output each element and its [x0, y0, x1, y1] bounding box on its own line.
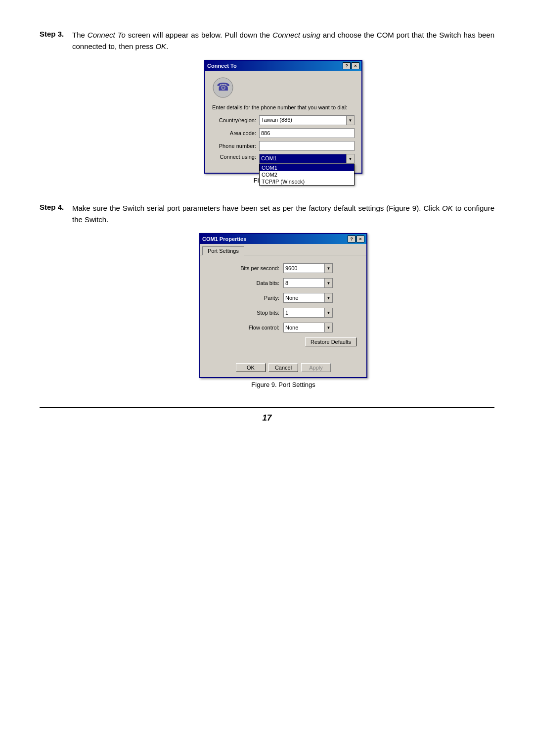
- step3-block: Step 3. The Connect To screen will appea…: [40, 30, 494, 188]
- stopbits-label: Stop bits:: [234, 310, 283, 316]
- connect-to-dialog: Connect To ? × ☎: [204, 60, 362, 174]
- com1-properties-dialog: COM1 Properties ? × Port Settings Bits p…: [199, 233, 367, 378]
- svg-text:☎: ☎: [217, 81, 230, 93]
- flowcontrol-row: Flow control: None ▼: [210, 323, 356, 332]
- figure8-container: Connect To ? × ☎: [72, 60, 494, 184]
- cancel-button[interactable]: Cancel: [268, 363, 298, 372]
- bps-row: Bits per second: 9600 ▼: [210, 263, 356, 273]
- step4-text: Make sure the Switch serial port paramet…: [72, 203, 494, 225]
- com1-help-button[interactable]: ?: [348, 236, 356, 242]
- areacode-row: Area code: 886: [212, 128, 355, 138]
- com1-body: Bits per second: 9600 ▼ Data bits: 8: [200, 255, 366, 359]
- dialog-icon-area: ☎: [212, 77, 355, 99]
- connect-using-value: COM1: [260, 154, 354, 162]
- page-number: 17: [40, 413, 494, 423]
- close-button[interactable]: ×: [352, 62, 359, 69]
- connect-to-title: Connect To: [207, 63, 237, 69]
- areacode-input[interactable]: 886: [259, 128, 355, 138]
- connect-using-select[interactable]: COM1 ▼: [259, 154, 355, 164]
- titlebar-buttons: ? ×: [343, 62, 359, 69]
- areacode-label: Area code:: [212, 130, 259, 136]
- phone-icon: ☎: [212, 77, 234, 98]
- step4-block: Step 4. Make sure the Switch serial port…: [40, 203, 494, 392]
- com1-titlebar: COM1 Properties ? ×: [200, 234, 366, 244]
- connect-to-titlebar: Connect To ? ×: [205, 61, 361, 71]
- step3-label: Step 3.: [40, 30, 69, 38]
- com1-titlebar-buttons: ? ×: [348, 236, 364, 242]
- phone-label: Phone number:: [212, 143, 259, 149]
- connect-using-label: Connect using:: [212, 154, 259, 160]
- figure9-container: COM1 Properties ? × Port Settings Bits p…: [72, 233, 494, 388]
- restore-defaults-area: Restore Defaults: [210, 337, 356, 346]
- parity-row: Parity: None ▼: [210, 293, 356, 303]
- country-value: Taiwan (886): [260, 116, 354, 124]
- phone-row: Phone number:: [212, 141, 355, 151]
- restore-defaults-button[interactable]: Restore Defaults: [305, 337, 356, 346]
- stopbits-arrow[interactable]: ▼: [324, 308, 332, 317]
- step4-content: Make sure the Switch serial port paramet…: [72, 203, 494, 392]
- parity-arrow[interactable]: ▼: [324, 293, 332, 302]
- connect-using-row: Connect using: COM1 ▼ COM1 COM2: [212, 154, 355, 164]
- areacode-value: 886: [261, 130, 270, 136]
- connect-to-body: ☎ Enter details for the phone number tha…: [205, 71, 361, 173]
- connect-using-dropdown: COM1 COM2 TCP/IP (Winsock): [259, 164, 355, 186]
- help-button[interactable]: ?: [343, 62, 351, 69]
- country-arrow[interactable]: ▼: [346, 116, 354, 125]
- databits-row: Data bits: 8 ▼: [210, 278, 356, 288]
- dropdown-item-tcpip[interactable]: TCP/IP (Winsock): [260, 178, 354, 185]
- databits-arrow[interactable]: ▼: [324, 279, 332, 287]
- country-select[interactable]: Taiwan (886) ▼: [259, 115, 355, 125]
- parity-select[interactable]: None ▼: [283, 293, 333, 303]
- stopbits-row: Stop bits: 1 ▼: [210, 308, 356, 318]
- bps-arrow[interactable]: ▼: [324, 264, 332, 273]
- dropdown-item-com2[interactable]: COM2: [260, 171, 354, 178]
- ok-button[interactable]: OK: [236, 363, 266, 372]
- apply-button[interactable]: Apply: [301, 363, 331, 372]
- phone-input[interactable]: [259, 141, 355, 151]
- flowcontrol-label: Flow control:: [234, 325, 283, 331]
- bps-select[interactable]: 9600 ▼: [283, 263, 333, 273]
- flowcontrol-select[interactable]: None ▼: [283, 323, 333, 332]
- com1-title: COM1 Properties: [202, 236, 246, 242]
- connect-to-description: Enter details for the phone number that …: [212, 104, 355, 110]
- dropdown-item-com1[interactable]: COM1: [260, 164, 354, 171]
- figure9-caption: Figure 9. Port Settings: [251, 381, 315, 388]
- com1-close-button[interactable]: ×: [356, 236, 364, 242]
- connect-to-italic1: Connect To: [88, 31, 126, 39]
- ok-italic1: OK: [155, 42, 166, 50]
- bps-label: Bits per second:: [234, 265, 283, 271]
- databits-label: Data bits:: [234, 280, 283, 286]
- connect-using-wrapper: COM1 ▼ COM1 COM2 TCP/IP (Winsock): [259, 154, 355, 164]
- stopbits-select[interactable]: 1 ▼: [283, 308, 333, 318]
- tab-port-settings[interactable]: Port Settings: [202, 246, 244, 255]
- connect-using-arrow[interactable]: ▼: [346, 154, 354, 163]
- parity-label: Parity:: [234, 295, 283, 301]
- databits-select[interactable]: 8 ▼: [283, 278, 333, 288]
- country-row: Country/region: Taiwan (886) ▼: [212, 115, 355, 125]
- page-content: Step 3. The Connect To screen will appea…: [40, 30, 494, 423]
- flowcontrol-arrow[interactable]: ▼: [324, 323, 332, 332]
- step4-label: Step 4.: [40, 203, 69, 211]
- step3-content: The Connect To screen will appear as bel…: [72, 30, 494, 188]
- tab-bar: Port Settings: [200, 244, 366, 255]
- ok-italic2: OK: [442, 204, 453, 212]
- step3-text: The Connect To screen will appear as bel…: [72, 30, 494, 52]
- country-label: Country/region:: [212, 117, 259, 123]
- connect-using-italic: Connect using: [272, 31, 320, 39]
- com1-footer: OK Cancel Apply: [200, 359, 366, 377]
- page-divider: [40, 407, 494, 408]
